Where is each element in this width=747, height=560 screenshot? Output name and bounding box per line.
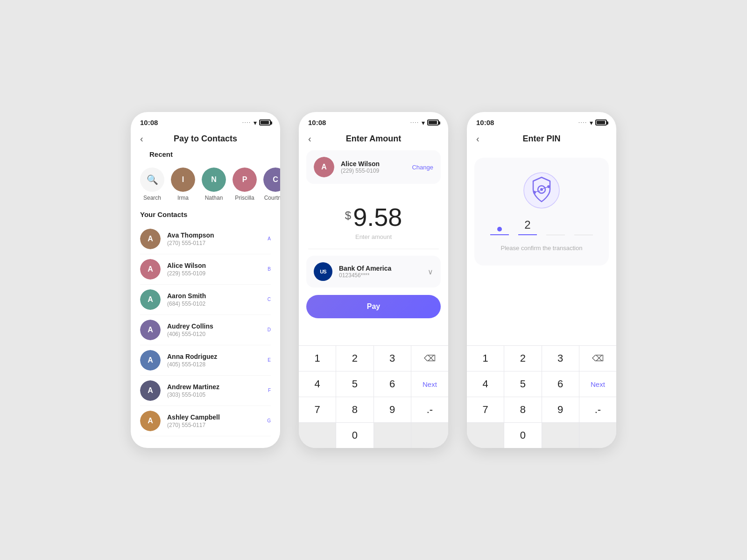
pin-key-3[interactable]: 3 (542, 346, 579, 371)
contact-alice-wilson[interactable]: A Alice Wilson (229) 555-0109 B (140, 254, 271, 285)
pin-next-key[interactable]: Next (579, 371, 616, 397)
recipient-phone: (229) 555-0109 (341, 168, 405, 174)
pin-key-8[interactable]: 8 (504, 397, 541, 422)
contact-ashley-campbell[interactable]: A Ashley Campbell (270) 555-0117 G (140, 406, 271, 436)
pin-key-2[interactable]: 2 (504, 346, 541, 371)
contact-phone-ava: (270) 555-0117 (167, 240, 261, 246)
contact-name-anna: Anna Rodriguez (167, 353, 261, 360)
contacts-label: Your Contacts (140, 210, 271, 218)
recent-avatar-courtney: C (263, 168, 280, 192)
back-button-3[interactable]: ‹ (476, 133, 479, 144)
avatar-ava: A (140, 229, 161, 249)
phone-enter-pin: 10:08 ···· ▾ ‹ Enter PIN (467, 112, 616, 448)
key-3[interactable]: 3 (374, 346, 411, 371)
contact-aaron-smith[interactable]: A Aaron Smith (684) 555-0102 C (140, 285, 271, 315)
pin-key-9[interactable]: 9 (542, 397, 579, 422)
pin-empty-underline-1 (546, 235, 565, 236)
avatar-anna: A (140, 350, 161, 371)
phone-header-2: ‹ Enter Amount (299, 129, 448, 150)
phone-enter-amount: 10:08 ···· ▾ ‹ Enter Amount A Alice Wils… (299, 112, 448, 448)
recent-name-irma: Irma (177, 195, 189, 201)
key-1[interactable]: 1 (299, 346, 336, 371)
contact-name-alice: Alice Wilson (167, 262, 261, 269)
pin-digit-value: 2 (524, 218, 530, 231)
back-button-2[interactable]: ‹ (308, 133, 311, 144)
key-4[interactable]: 4 (299, 371, 336, 397)
alpha-b: B (268, 266, 271, 272)
contact-name-aaron: Aaron Smith (167, 292, 261, 300)
contact-anna-rodriguez[interactable]: A Anna Rodriguez (405) 555-0128 E (140, 345, 271, 376)
recent-avatar-nathan: N (202, 168, 226, 192)
pin-key-7[interactable]: 7 (467, 397, 504, 422)
signal-icon-3: ···· (578, 120, 587, 125)
key-8[interactable]: 8 (336, 397, 373, 422)
recipient-avatar: A (314, 157, 334, 177)
contact-name-ava: Ava Thompson (167, 231, 261, 239)
contact-ava-thompson[interactable]: A Ava Thompson (270) 555-0117 A (140, 224, 271, 254)
key-6[interactable]: 6 (374, 371, 411, 397)
contact-andrew-martinez[interactable]: A Andrew Martinez (303) 555-0105 F (140, 376, 271, 406)
recent-courtney[interactable]: C Courtney (263, 168, 280, 201)
key-5[interactable]: 5 (336, 371, 373, 397)
key-0[interactable]: 0 (336, 423, 373, 448)
shield-icon (523, 172, 560, 209)
key-empty-right (374, 423, 411, 448)
back-button-1[interactable]: ‹ (140, 133, 143, 144)
bank-selector[interactable]: US Bank Of America 0123456**** ∨ (306, 256, 441, 287)
pin-key-dot[interactable]: .- (579, 397, 616, 422)
pin-key-empty-far (579, 423, 616, 448)
pin-dot-empty-1 (546, 221, 565, 236)
amount-placeholder: Enter amount (308, 233, 439, 240)
bank-name: Bank Of America (339, 265, 421, 272)
pin-key-4[interactable]: 4 (467, 371, 504, 397)
phone-pay-contacts: 10:08 ···· ▾ ‹ Pay to Contacts Recent 🔍 … (131, 112, 280, 448)
wifi-icon-3: ▾ (590, 119, 593, 126)
pin-input-row: 2 (490, 218, 593, 235)
svg-point-4 (547, 185, 550, 188)
status-bar-3: 10:08 ···· ▾ (467, 112, 616, 129)
status-bar-2: 10:08 ···· ▾ (299, 112, 448, 129)
recent-search[interactable]: 🔍 Search (140, 168, 164, 201)
amount-value: $ 9.58 (308, 203, 439, 231)
alpha-c: C (268, 297, 271, 302)
recent-nathan[interactable]: N Nathan (202, 168, 226, 201)
pin-key-0[interactable]: 0 (504, 423, 541, 448)
recent-search-label: Search (143, 195, 161, 201)
alpha-a: A (268, 236, 271, 242)
status-icons-2: ···· ▾ (410, 119, 439, 126)
contact-audrey-collins[interactable]: A Audrey Collins (406) 555-0120 D (140, 315, 271, 345)
recent-irma[interactable]: I Irma (171, 168, 195, 201)
status-time-1: 10:08 (140, 119, 158, 126)
change-button[interactable]: Change (412, 164, 433, 171)
pin-filled-indicator (497, 227, 502, 231)
recent-priscilla[interactable]: P Priscilla (233, 168, 257, 201)
recipient-name: Alice Wilson (341, 160, 405, 168)
pin-dot-filled (490, 227, 509, 235)
pay-button[interactable]: Pay (306, 295, 441, 318)
pin-empty-underline-2 (574, 235, 593, 236)
pin-key-1[interactable]: 1 (467, 346, 504, 371)
pin-key-5[interactable]: 5 (504, 371, 541, 397)
delete-key[interactable]: ⌫ (411, 346, 448, 371)
wifi-icon-2: ▾ (422, 119, 425, 126)
recent-name-nathan: Nathan (205, 195, 223, 201)
battery-icon-1 (259, 119, 271, 126)
avatar-aaron: A (140, 289, 161, 310)
key-2[interactable]: 2 (336, 346, 373, 371)
pin-key-6[interactable]: 6 (542, 371, 579, 397)
alpha-g: G (267, 418, 271, 424)
recent-name-priscilla: Priscilla (235, 195, 254, 201)
alpha-d: D (268, 327, 271, 333)
contacts-section: Your Contacts A Ava Thompson (270) 555-0… (131, 210, 280, 448)
key-dot[interactable]: .- (411, 397, 448, 422)
svg-point-3 (533, 191, 536, 194)
pin-key-empty-right (542, 423, 579, 448)
key-9[interactable]: 9 (374, 397, 411, 422)
contact-name-andrew: Andrew Martinez (167, 383, 261, 391)
avatar-audrey: A (140, 320, 161, 340)
pin-card: 2 Please confirm the transaction (474, 158, 609, 266)
next-key[interactable]: Next (411, 371, 448, 397)
phone-header-1: ‹ Pay to Contacts (131, 129, 280, 150)
key-7[interactable]: 7 (299, 397, 336, 422)
pin-delete-key[interactable]: ⌫ (579, 346, 616, 371)
